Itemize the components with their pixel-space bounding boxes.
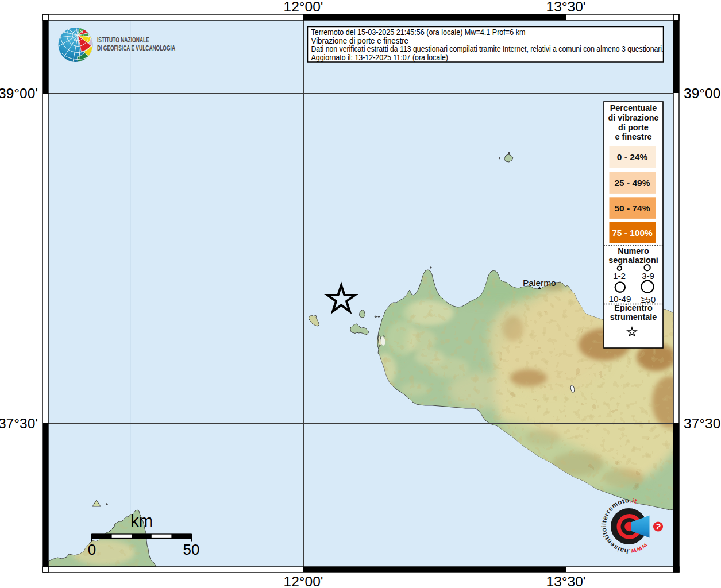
svg-text:75 - 100%: 75 - 100%	[612, 228, 653, 238]
svg-text:segnalazioni: segnalazioni	[608, 256, 658, 265]
svg-text:Palermo: Palermo	[523, 278, 556, 288]
svg-text:Dati non verificati estratti d: Dati non verificati estratti da 113 ques…	[311, 44, 664, 53]
svg-text:ISTITUTO NAZIONALE: ISTITUTO NAZIONALE	[97, 36, 149, 44]
svg-text:Aggiornato il: 13-12-2025 11:0: Aggiornato il: 13-12-2025 11:07 (ora loc…	[311, 53, 449, 62]
svg-text:3-9: 3-9	[642, 271, 654, 281]
svg-text:km: km	[130, 512, 153, 530]
svg-text:39°00': 39°00'	[684, 86, 721, 101]
svg-text:25 - 49%: 25 - 49%	[614, 178, 650, 188]
svg-text:39°00': 39°00'	[0, 86, 38, 101]
svg-text:di vibrazione: di vibrazione	[608, 113, 659, 122]
svg-text:Vibrazione di porte e finestre: Vibrazione di porte e finestre	[311, 36, 409, 45]
svg-text:0 - 24%: 0 - 24%	[617, 152, 648, 162]
svg-text:e finestre: e finestre	[615, 132, 652, 141]
svg-text:12°00': 12°00'	[284, 0, 323, 14]
svg-text:12°00': 12°00'	[284, 574, 323, 588]
svg-text:13°30': 13°30'	[546, 574, 586, 588]
svg-text:Epicentro: Epicentro	[614, 303, 653, 312]
svg-text:Numero: Numero	[618, 246, 649, 256]
svg-text:50: 50	[183, 541, 200, 558]
svg-text:0: 0	[88, 541, 96, 558]
svg-text:13°30': 13°30'	[546, 0, 586, 14]
svg-text:di porte: di porte	[618, 123, 649, 132]
svg-text:37°30': 37°30'	[684, 416, 721, 431]
svg-text:50 - 74%: 50 - 74%	[614, 203, 650, 213]
svg-text:Percentuale: Percentuale	[610, 103, 657, 113]
svg-text:1-2: 1-2	[613, 271, 626, 281]
svg-text:DI GEOFISICA E VULCANOLOGIA: DI GEOFISICA E VULCANOLOGIA	[97, 44, 175, 52]
svg-text:Terremoto del 15-03-2025 21:45: Terremoto del 15-03-2025 21:45:56 (ora l…	[311, 28, 526, 37]
svg-text:10-49: 10-49	[608, 294, 631, 304]
svg-text:strumentale: strumentale	[610, 312, 657, 322]
svg-text:37°30': 37°30'	[0, 416, 38, 431]
